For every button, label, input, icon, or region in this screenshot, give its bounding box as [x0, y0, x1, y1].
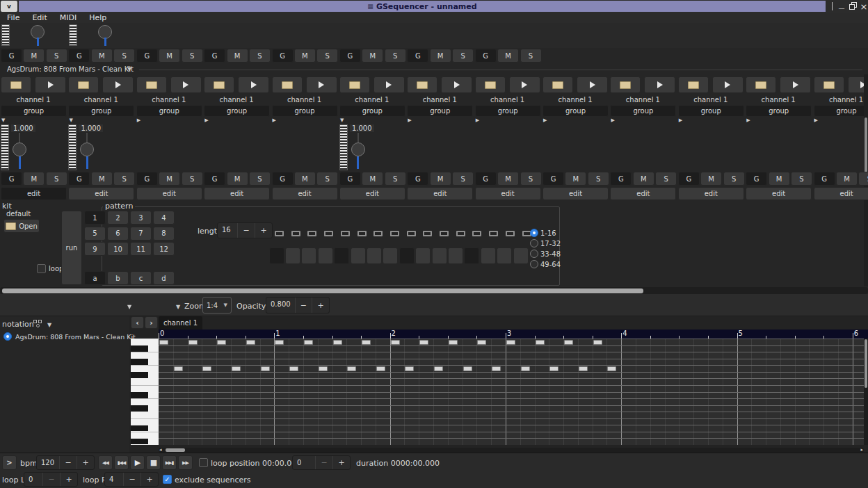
gms-button-m[interactable]: M	[700, 172, 722, 186]
channel-edit-button[interactable]: edit	[475, 187, 541, 200]
opacity-value[interactable]: 0.800	[266, 298, 295, 313]
gms-button-s[interactable]: S	[520, 172, 542, 186]
bpm-increment[interactable]: +	[77, 456, 94, 469]
channel-play-button[interactable]	[102, 76, 134, 93]
note[interactable]	[449, 340, 458, 345]
gms-button-s[interactable]: S	[316, 49, 338, 63]
channel-group-button[interactable]: group	[1, 105, 67, 117]
note[interactable]	[434, 366, 443, 371]
channel-group-button[interactable]: group	[814, 105, 868, 117]
gms-button-g[interactable]: G	[814, 172, 835, 186]
expander-closed-icon[interactable]: ▶	[679, 117, 682, 123]
channel-edit-button[interactable]: edit	[407, 187, 473, 200]
channel-group-button[interactable]: group	[678, 105, 744, 117]
channel-open-button[interactable]	[814, 76, 844, 93]
channel-edit-button[interactable]: edit	[68, 187, 134, 200]
channel-group-button[interactable]: group	[68, 105, 134, 117]
range-radio-1-16[interactable]	[530, 229, 538, 237]
gms-button-m[interactable]: M	[565, 172, 586, 186]
machine-horizontal-scrollbar[interactable]	[0, 287, 868, 294]
notation-vertical-scrollbar[interactable]	[864, 339, 868, 445]
exclude-sequencers-checkbox[interactable]: ✓	[163, 475, 172, 484]
channel-play-button[interactable]	[644, 76, 675, 93]
previous-button[interactable]: ▮◀◀	[114, 455, 129, 470]
menu-file[interactable]: File	[7, 13, 19, 22]
channel-open-button[interactable]	[475, 76, 506, 93]
play-button[interactable]: ▶	[130, 455, 145, 470]
gms-button-g[interactable]: G	[204, 172, 225, 186]
close-button[interactable]: ×	[860, 0, 868, 13]
gms-button-s[interactable]: S	[113, 172, 135, 186]
note[interactable]	[607, 366, 616, 371]
gms-button-m[interactable]: M	[91, 172, 113, 186]
rewind-button[interactable]: ◀◀	[98, 455, 113, 470]
loop-l-value[interactable]: 0	[24, 473, 42, 486]
gms-button-m[interactable]: M	[362, 172, 383, 186]
note[interactable]	[246, 340, 255, 345]
loop-r-value[interactable]: 4	[105, 473, 123, 486]
expander-closed-icon[interactable]: ▶	[611, 117, 614, 123]
opacity-increment[interactable]: +	[312, 298, 329, 313]
position-increment[interactable]: +	[332, 456, 350, 469]
opacity-spinbox[interactable]: 0.800 − +	[266, 297, 330, 314]
stop-button[interactable]: ■	[146, 455, 161, 470]
channel-edit-button[interactable]: edit	[204, 187, 270, 200]
gms-button-s[interactable]: S	[858, 172, 868, 186]
expander-closed-icon[interactable]: ▶	[137, 117, 140, 123]
note[interactable]	[188, 340, 198, 345]
channel-edit-button[interactable]: edit	[542, 187, 609, 200]
gms-button-s[interactable]: S	[46, 49, 67, 63]
black-key[interactable]	[131, 345, 148, 352]
range-radio-49-64[interactable]	[530, 260, 538, 268]
channel-group-button[interactable]: group	[475, 105, 541, 117]
gms-button-m[interactable]: M	[497, 49, 519, 63]
gms-button-m[interactable]: M	[769, 172, 790, 186]
master-knob-slider[interactable]	[31, 25, 45, 39]
channel-slider-knob[interactable]	[351, 143, 365, 156]
channel-edit-button[interactable]: edit	[814, 187, 868, 200]
range-radio-33-48[interactable]	[530, 250, 538, 258]
loop-l-decrement[interactable]: −	[42, 473, 60, 486]
window-menu-button[interactable]: v	[1, 1, 17, 12]
channel-open-button[interactable]	[1, 76, 31, 93]
gms-button-m[interactable]: M	[497, 172, 519, 186]
gms-button-s[interactable]: S	[452, 172, 474, 186]
note[interactable]	[506, 340, 515, 345]
menu-help[interactable]: Help	[89, 13, 106, 22]
channel-edit-button[interactable]: edit	[272, 187, 338, 200]
gms-button-s[interactable]: S	[452, 49, 474, 63]
gms-button-m[interactable]: M	[294, 49, 316, 63]
notation-horizontal-scrollbar[interactable]: ◂ ▸	[159, 448, 864, 453]
note[interactable]	[463, 366, 472, 371]
machine-hscroll-thumb[interactable]	[2, 288, 643, 293]
gms-button-g[interactable]: G	[68, 49, 90, 63]
note[interactable]	[261, 366, 270, 371]
fast-forward-button[interactable]: ▶▶	[178, 455, 193, 470]
channel-edit-button[interactable]: edit	[1, 187, 67, 200]
channel-group-button[interactable]: group	[746, 105, 812, 117]
note[interactable]	[347, 366, 356, 371]
gms-button-m[interactable]: M	[227, 49, 248, 63]
loop-r-spinbox[interactable]: 4 − +	[104, 472, 159, 487]
gms-button-g[interactable]: G	[68, 172, 90, 186]
gms-button-g[interactable]: G	[475, 49, 497, 63]
bpm-spinbox[interactable]: 120 − +	[36, 455, 95, 470]
position-value[interactable]: 0	[293, 456, 315, 469]
note[interactable]	[477, 340, 486, 345]
loop-r-decrement[interactable]: −	[123, 473, 140, 486]
gms-button-s[interactable]: S	[113, 49, 135, 63]
gms-button-m[interactable]: M	[430, 172, 451, 186]
gms-button-m[interactable]: M	[633, 172, 654, 186]
titlebar-fill[interactable]: ▦ GSequencer - unnamed	[19, 1, 826, 12]
channel-open-button[interactable]	[204, 76, 234, 93]
gms-button-g[interactable]: G	[339, 49, 361, 63]
gms-button-m[interactable]: M	[362, 49, 383, 63]
note[interactable]	[579, 366, 588, 371]
channel-group-button[interactable]: group	[204, 105, 270, 117]
gms-button-g[interactable]: G	[339, 172, 361, 186]
gms-button-m[interactable]: M	[294, 172, 316, 186]
expander-closed-icon[interactable]: ▶	[204, 117, 208, 123]
note[interactable]	[536, 340, 545, 345]
kit-selector-value[interactable]: AgsDrum: 808 From Mars - Clean Kit	[7, 65, 134, 73]
notation-vscroll-thumb[interactable]	[865, 339, 867, 388]
